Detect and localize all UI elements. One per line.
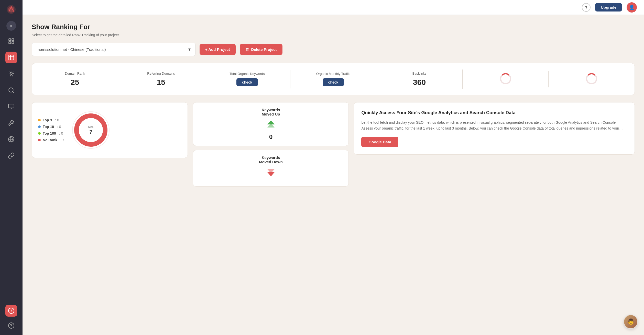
sidebar-item-dashboard[interactable] [5,35,17,47]
keywords-moved-up-value: 0 [198,133,344,141]
project-row: morrissolution.net - Chinese (Traditiona… [32,43,635,56]
legend-top100: Top 100 : 0 [38,131,64,135]
svg-point-8 [10,72,13,75]
stat-backlinks: Backlinks 360 [376,70,463,89]
legend-norank-dot [38,139,41,141]
sidebar: » [0,0,23,335]
sidebar-item-campaigns[interactable] [5,68,17,80]
organic-keywords-check-button[interactable]: check [236,78,258,86]
stat-organic-traffic: Organic Monthly Traffic check [290,70,377,88]
legend-top100-dot [38,132,41,135]
delete-project-button[interactable]: 🗑 Delete Project [240,44,282,55]
down-arrow-icon [198,168,344,179]
sidebar-item-help[interactable] [5,320,17,331]
svg-rect-6 [12,42,14,44]
sidebar-item-pricing[interactable] [5,305,17,317]
google-data-button[interactable]: Google Data [361,137,398,147]
loading-spinner-1 [500,73,511,84]
backlinks-label: Backlinks [383,72,456,75]
sidebar-item-links[interactable] [5,150,17,161]
svg-point-2 [10,6,12,8]
legend-norank-value: : 7 [60,138,64,142]
topbar: ? Upgrade 👤 [23,0,644,15]
upgrade-button[interactable]: Upgrade [595,3,622,11]
page-content: Show Ranking For Select to get the detai… [23,15,644,335]
referring-domains-label: Referring Domains [124,72,198,75]
legend-top3-label: Top 3 [43,118,52,122]
legend-top10-dot [38,125,41,128]
sidebar-item-rank-tracker[interactable] [5,52,17,63]
page-title: Show Ranking For [32,23,635,31]
app-logo [5,4,17,15]
domain-rank-value: 25 [38,78,112,87]
up-arrow-icon [198,120,344,131]
donut-total-label: Total [88,125,94,129]
add-project-button[interactable]: + Add Project [200,44,236,55]
domain-rank-label: Domain Rank [38,72,112,75]
stat-organic-keywords: Total Organic Keywords check [204,70,290,88]
donut-legend: Top 3 : 0 Top 10 : 0 Top 100 : 0 [38,118,64,142]
analytics-card: Quickly Access Your Site's Google Analyt… [354,102,635,155]
main-content: ? Upgrade 👤 Show Ranking For Select to g… [23,0,644,335]
legend-top3-dot [38,119,41,121]
referring-domains-value: 15 [124,78,198,87]
legend-norank-label: No Rank [43,138,57,142]
stat-spinner-1 [463,71,549,87]
project-selector[interactable]: morrissolution.net - Chinese (Traditiona… [32,43,195,56]
loading-spinner-2 [586,73,597,84]
keywords-moved-down-card: KeywordsMoved Down [193,150,349,187]
keywords-moved-up-card: KeywordsMoved Up 0 [193,102,349,146]
legend-top3-value: : 0 [55,118,59,122]
chevron-down-icon: ▾ [188,47,191,52]
sidebar-expand-button[interactable]: » [6,21,16,31]
stat-spinner-2 [549,71,635,87]
donut-total-value: 7 [88,129,94,135]
sidebar-item-global[interactable] [5,133,17,145]
chat-avatar: 👨 [624,315,637,328]
sidebar-item-keyword-research[interactable] [5,101,17,112]
chat-bubble-button[interactable]: 👨 [624,315,638,329]
svg-rect-5 [9,42,11,44]
donut-card: Top 3 : 0 Top 10 : 0 Top 100 : 0 [32,102,188,158]
bottom-grid: Top 3 : 0 Top 10 : 0 Top 100 : 0 [32,102,635,187]
backlinks-value: 360 [383,78,456,87]
legend-top10: Top 10 : 0 [38,125,64,129]
legend-top100-value: : 0 [59,131,63,135]
keywords-moved-down-title: KeywordsMoved Down [198,155,344,164]
legend-top3: Top 3 : 0 [38,118,64,122]
svg-rect-4 [12,39,14,41]
stat-referring-domains: Referring Domains 15 [118,70,204,89]
sidebar-item-site-audit[interactable] [5,84,17,96]
donut-center: Total 7 [88,125,94,135]
analytics-description: Let the tool fetch and display your SEO … [361,120,627,131]
svg-rect-3 [9,39,11,41]
keywords-moved-up-title: KeywordsMoved Up [198,108,344,116]
delete-project-label: Delete Project [251,47,277,52]
organic-keywords-label: Total Organic Keywords [210,72,284,76]
keywords-column: KeywordsMoved Up 0 KeywordsMoved Down [193,102,349,187]
svg-rect-10 [8,104,14,108]
user-avatar[interactable]: 👤 [627,2,637,13]
sidebar-item-tools[interactable] [5,117,17,129]
donut-chart: Total 7 [70,110,111,151]
organic-traffic-label: Organic Monthly Traffic [297,72,370,76]
legend-top100-label: Top 100 [43,131,56,135]
legend-norank: No Rank : 7 [38,138,64,142]
organic-traffic-check-button[interactable]: check [323,78,344,86]
legend-top10-value: : 0 [57,125,61,129]
trash-icon: 🗑 [245,47,249,52]
project-selector-value: morrissolution.net - Chinese (Traditiona… [37,47,106,52]
stats-bar: Domain Rank 25 Referring Domains 15 Tota… [32,63,635,95]
help-button[interactable]: ? [582,3,591,12]
stat-domain-rank: Domain Rank 25 [32,70,118,89]
page-subtitle: Select to get the detailed Rank Tracking… [32,33,635,37]
analytics-title: Quickly Access Your Site's Google Analyt… [361,110,627,116]
svg-point-9 [9,88,13,92]
svg-rect-7 [9,55,14,60]
legend-top10-label: Top 10 [43,125,54,129]
